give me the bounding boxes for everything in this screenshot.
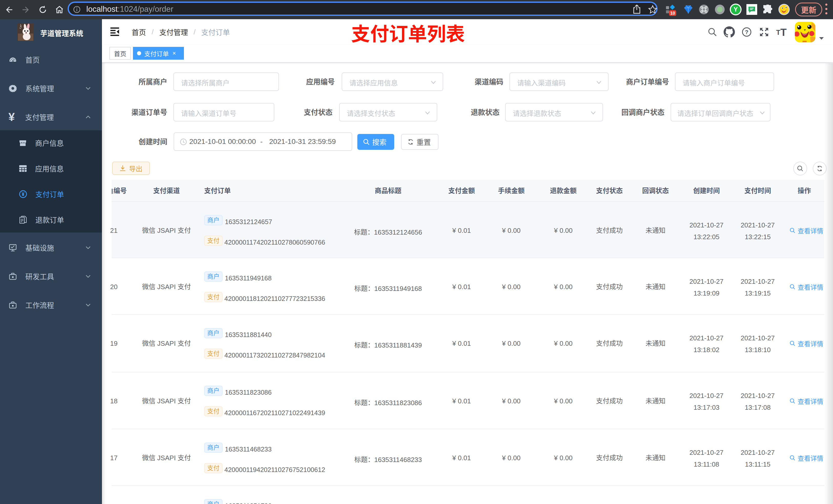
svg-text:?: ? <box>745 29 748 35</box>
svg-text:10: 10 <box>670 11 675 16</box>
svg-text:Y: Y <box>734 6 738 13</box>
